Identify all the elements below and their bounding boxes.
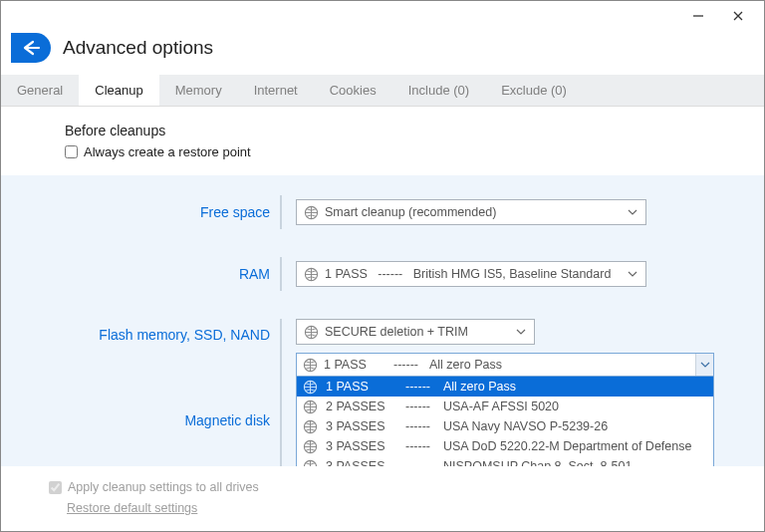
free-space-label: Free space xyxy=(31,204,280,220)
magnetic-disk-option[interactable]: 1 PASS------All zero Pass xyxy=(297,377,713,397)
tab-exclude-0[interactable]: Exclude (0) xyxy=(485,75,583,106)
page-header: Advanced options xyxy=(1,31,764,75)
tab-bar: GeneralCleanupMemoryInternetCookiesInclu… xyxy=(1,75,764,107)
globe-icon xyxy=(303,204,319,220)
restore-point-input[interactable] xyxy=(65,145,78,158)
flash-value: SECURE deletion + TRIM xyxy=(325,325,508,339)
globe-icon xyxy=(303,380,318,395)
minimize-button[interactable] xyxy=(678,2,718,30)
close-button[interactable] xyxy=(718,2,758,30)
tab-cleanup[interactable]: Cleanup xyxy=(79,75,158,106)
back-button[interactable] xyxy=(11,33,51,63)
magnetic-disk-option[interactable]: 2 PASSES------USA-AF AFSSI 5020 xyxy=(297,397,713,416)
before-cleanups-title: Before cleanups xyxy=(65,123,764,138)
globe-icon xyxy=(303,399,318,414)
tab-general[interactable]: General xyxy=(1,75,79,106)
tab-internet[interactable]: Internet xyxy=(238,75,314,106)
chevron-down-icon xyxy=(626,271,639,277)
window-titlebar xyxy=(1,1,764,31)
ram-row: RAM 1 PASS ------ British HMG IS5, Basel… xyxy=(31,257,734,291)
restore-point-label: Always create a restore point xyxy=(84,144,251,159)
ram-label: RAM xyxy=(31,266,280,282)
chevron-down-icon xyxy=(514,329,528,335)
divider xyxy=(280,257,282,291)
footer: Apply cleanup settings to all drives Res… xyxy=(1,466,764,531)
apply-all-drives-input[interactable] xyxy=(49,481,62,494)
globe-icon xyxy=(303,266,319,282)
globe-icon xyxy=(303,324,319,340)
ram-value: 1 PASS ------ British HMG IS5, Baseline … xyxy=(325,267,620,281)
magnetic-disk-trigger[interactable]: 1 PASS ------ All zero Pass xyxy=(296,353,714,377)
magnetic-disk-option[interactable]: 3 PASSES------USA DoD 5220.22-M Departme… xyxy=(297,436,713,456)
globe-icon xyxy=(303,419,318,434)
apply-all-drives-label: Apply cleanup settings to all drives xyxy=(68,480,259,494)
chevron-down-icon xyxy=(626,209,639,215)
apply-all-drives-checkbox[interactable]: Apply cleanup settings to all drives xyxy=(49,480,764,494)
tab-memory[interactable]: Memory xyxy=(159,75,238,106)
restore-point-checkbox[interactable]: Always create a restore point xyxy=(65,144,764,159)
restore-defaults-link[interactable]: Restore default settings xyxy=(67,501,197,515)
magnetic-disk-option[interactable]: 3 PASSES------USA Navy NAVSO P-5239-26 xyxy=(297,416,713,436)
flash-combo[interactable]: SECURE deletion + TRIM xyxy=(296,319,535,345)
free-space-value: Smart cleanup (recommended) xyxy=(325,205,620,219)
free-space-row: Free space Smart cleanup (recommended) xyxy=(31,195,734,229)
globe-icon xyxy=(303,358,318,373)
tab-cookies[interactable]: Cookies xyxy=(314,75,392,106)
before-cleanups-section: Before cleanups Always create a restore … xyxy=(1,107,764,175)
ram-combo[interactable]: 1 PASS ------ British HMG IS5, Baseline … xyxy=(296,261,646,287)
free-space-combo[interactable]: Smart cleanup (recommended) xyxy=(296,199,646,225)
arrow-left-icon xyxy=(21,40,41,56)
globe-icon xyxy=(303,439,318,454)
chevron-down-icon xyxy=(695,354,713,376)
divider xyxy=(280,195,282,229)
page-title: Advanced options xyxy=(63,37,213,59)
flash-label: Flash memory, SSD, NAND xyxy=(31,319,280,351)
tab-include-0[interactable]: Include (0) xyxy=(392,75,485,106)
